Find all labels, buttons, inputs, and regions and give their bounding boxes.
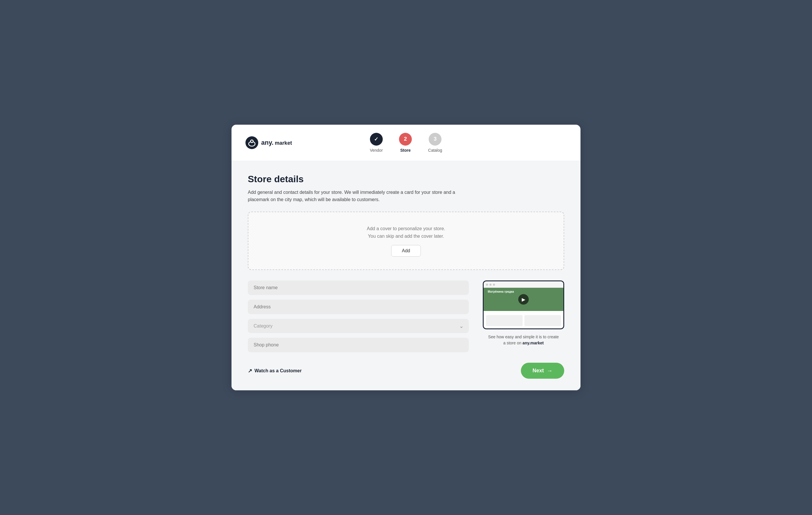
content: Store details Add general and contact de…	[232, 161, 580, 390]
video-mockup-body: Матрёнина грядка ▶	[484, 288, 563, 311]
step-label-catalog: Catalog	[428, 148, 442, 153]
watch-as-customer-link[interactable]: ↗ Watch as a Customer	[248, 368, 301, 374]
logo-icon	[245, 136, 258, 149]
form-video-row: Category ⌄ Матрёнина грядка	[248, 280, 564, 352]
video-mockup-header	[484, 281, 563, 288]
steps: ✓ Vendor 2 Store 3 Catalog	[370, 133, 442, 153]
logo: any. market	[245, 136, 292, 149]
step-catalog: 3 Catalog	[428, 133, 442, 153]
next-button[interactable]: Next →	[521, 363, 564, 379]
shop-phone-input[interactable]	[248, 338, 469, 352]
cover-upload-area: Add a cover to personalize your store. Y…	[248, 212, 564, 270]
video-caption: See how easy and simple it is to create …	[488, 334, 559, 346]
svg-point-3	[251, 140, 253, 142]
mock-card-1	[486, 315, 523, 326]
category-select[interactable]: Category	[248, 319, 469, 333]
add-cover-button[interactable]: Add	[391, 245, 421, 256]
store-name-input[interactable]	[248, 280, 469, 295]
footer-actions: ↗ Watch as a Customer Next →	[248, 363, 564, 379]
cover-text: Add a cover to personalize your store. Y…	[367, 225, 445, 240]
mock-cards-row	[486, 315, 561, 326]
form-side: Category ⌄	[248, 280, 469, 352]
external-link-icon: ↗	[248, 368, 252, 374]
video-preview: Матрёнина грядка ▶	[483, 280, 564, 329]
address-input[interactable]	[248, 300, 469, 314]
page-description: Add general and contact details for your…	[248, 189, 457, 204]
step-label-vendor: Vendor	[370, 148, 383, 153]
logo-text: any. market	[261, 139, 292, 146]
step-circle-vendor: ✓	[370, 133, 383, 146]
step-vendor: ✓ Vendor	[370, 133, 383, 153]
dot1	[486, 284, 488, 286]
video-side: Матрёнина грядка ▶ See how easy and simp…	[483, 280, 564, 346]
step-store: 2 Store	[399, 133, 412, 153]
header: any. market ✓ Vendor 2 Store 3 Catalog	[232, 125, 580, 161]
mock-card-2	[524, 315, 561, 326]
dot3	[493, 284, 495, 286]
video-mockup: Матрёнина грядка ▶	[484, 281, 563, 328]
play-button-icon[interactable]: ▶	[518, 294, 529, 305]
video-mockup-content	[484, 311, 563, 328]
step-circle-store: 2	[399, 133, 412, 146]
page-title: Store details	[248, 174, 564, 185]
dot2	[490, 284, 492, 286]
step-circle-catalog: 3	[429, 133, 441, 146]
main-card: any. market ✓ Vendor 2 Store 3 Catalog S…	[232, 125, 580, 390]
category-select-wrap: Category ⌄	[248, 319, 469, 333]
step-label-store: Store	[400, 148, 411, 153]
next-arrow-icon: →	[547, 367, 553, 374]
